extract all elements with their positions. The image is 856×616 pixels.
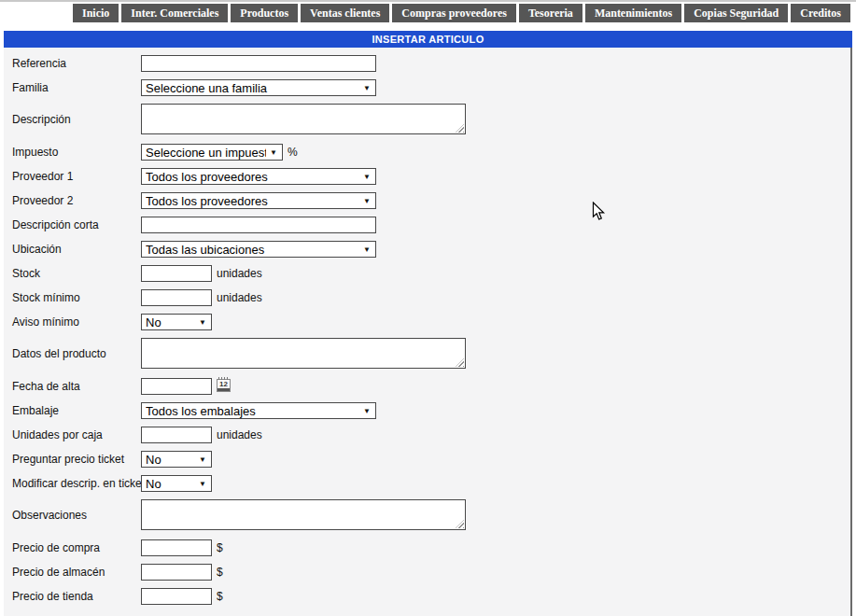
field-suffix: $ — [217, 541, 223, 554]
nav-bar: InicioInter. ComercialesProductosVentas … — [73, 4, 850, 22]
chevron-down-icon: ▼ — [363, 197, 373, 205]
form-row-descripcion: Descripción — [12, 104, 850, 134]
impuesto-select[interactable]: Seleccione un impuesto▼ — [141, 144, 283, 161]
unidades-por-caja-input[interactable] — [141, 427, 212, 443]
field-label: Proveedor 1 — [12, 170, 141, 183]
nav-item-inicio[interactable]: Inicio — [73, 4, 119, 22]
chevron-down-icon: ▼ — [199, 318, 209, 327]
page-title: INSERTAR ARTICULO — [372, 34, 484, 45]
form-row-precio-de-compra: Precio de compra$ — [12, 539, 850, 556]
chevron-down-icon: ▼ — [270, 148, 280, 157]
nav-item-tesoreria[interactable]: Tesoreria — [519, 4, 582, 22]
field-label: Precio de compra — [12, 541, 141, 554]
form-row-familia: FamiliaSeleccione una familia▼ — [12, 79, 850, 96]
selected-option-label: Todos los proveedores — [146, 170, 359, 184]
field-label: Stock — [12, 267, 141, 280]
field-suffix: $ — [217, 566, 223, 579]
field-label: Datos del producto — [12, 347, 141, 360]
form-row-datos-del-producto: Datos del producto — [12, 338, 850, 369]
descripcion-textarea-wrap — [141, 104, 466, 134]
field-label: Ubicación — [12, 243, 141, 256]
referencia-input[interactable] — [141, 55, 376, 72]
descripcion-corta-input[interactable] — [141, 217, 376, 233]
page-header: INSERTAR ARTICULO — [4, 31, 852, 48]
chevron-down-icon: ▼ — [199, 455, 209, 464]
observaciones-textarea-wrap — [141, 499, 466, 530]
chevron-down-icon: ▼ — [363, 84, 373, 92]
field-label: Embalaje — [12, 404, 141, 417]
chevron-down-icon: ▼ — [363, 173, 373, 181]
field-label: Familia — [12, 81, 141, 94]
calendar-icon-date: 12 — [218, 381, 230, 388]
aviso-minimo-select[interactable]: No▼ — [141, 314, 212, 330]
form-row-precio-de-tienda: Precio de tienda$ — [12, 588, 850, 605]
modificar-descrip-en-ticket-select[interactable]: No▼ — [141, 475, 212, 492]
form-row-observaciones: Observaciones — [12, 499, 850, 530]
fecha-de-alta-input[interactable] — [141, 378, 212, 395]
form-row-ubicacion: UbicaciónTodas las ubicaciones▼ — [12, 241, 850, 258]
top-divider — [0, 0, 856, 2]
selected-option-label: Todos los proveedores — [146, 194, 359, 208]
field-label: Observaciones — [12, 509, 141, 522]
form-row-precio-de-almacen: Precio de almacén$ — [12, 564, 850, 581]
form-row-descripcion-corta: Descripción corta — [12, 217, 850, 233]
field-suffix: unidades — [217, 291, 262, 304]
calendar-icon-base — [218, 388, 230, 391]
form-row-unidades-por-caja: Unidades por cajaunidades — [12, 427, 850, 443]
field-label: Stock mínimo — [12, 291, 141, 304]
field-label: Modificar descrip. en ticket — [12, 477, 141, 490]
field-label: Aviso mínimo — [12, 315, 141, 329]
familia-select[interactable]: Seleccione una familia▼ — [141, 79, 376, 96]
nav-item-compras-proveedores[interactable]: Compras proveedores — [392, 4, 516, 22]
form-row-referencia: Referencia — [12, 55, 850, 72]
field-label: Unidades por caja — [12, 428, 141, 441]
datos-del-producto-textarea-wrap — [141, 338, 466, 369]
embalaje-select[interactable]: Todos los embalajes▼ — [141, 402, 376, 419]
field-suffix: unidades — [217, 267, 262, 280]
selected-option-label: No — [146, 453, 195, 467]
form-row-aviso-minimo: Aviso mínimoNo▼ — [12, 314, 850, 330]
field-label: Preguntar precio ticket — [12, 453, 141, 466]
nav-item-copias-seguridad[interactable]: Copias Seguridad — [684, 4, 788, 22]
stock-minimo-input[interactable] — [141, 289, 212, 306]
field-suffix: unidades — [217, 428, 262, 441]
selected-option-label: Seleccione una familia — [146, 81, 359, 95]
field-label: Precio de tienda — [12, 590, 141, 603]
precio-de-tienda-input[interactable] — [141, 588, 212, 605]
nav-item-productos[interactable]: Productos — [231, 4, 298, 22]
form-row-impuesto: ImpuestoSeleccione un impuesto▼% — [12, 144, 850, 161]
nav-item-creditos[interactable]: Creditos — [791, 4, 850, 22]
content-area: INSERTAR ARTICULO ReferenciaFamiliaSelec… — [4, 31, 852, 616]
field-suffix: $ — [217, 590, 223, 603]
precio-de-compra-input[interactable] — [141, 539, 212, 556]
form-row-embalaje: EmbalajeTodos los embalajes▼ — [12, 402, 850, 419]
proveedor-2-select[interactable]: Todos los proveedores▼ — [141, 192, 376, 209]
selected-option-label: No — [146, 315, 195, 329]
form-row-proveedor-2: Proveedor 2Todos los proveedores▼ — [12, 192, 850, 209]
field-label: Impuesto — [12, 146, 141, 159]
precio-de-almacen-input[interactable] — [141, 564, 212, 581]
proveedor-1-select[interactable]: Todos los proveedores▼ — [141, 168, 376, 185]
descripcion-textarea[interactable] — [141, 104, 466, 134]
selected-option-label: Todos los embalajes — [146, 404, 359, 418]
calendar-icon[interactable]: 12 — [217, 379, 231, 392]
field-label: Descripción — [12, 113, 141, 126]
selected-option-label: No — [146, 477, 195, 491]
selected-option-label: Seleccione un impuesto — [146, 146, 266, 160]
datos-del-producto-textarea[interactable] — [141, 338, 466, 369]
selected-option-label: Todas las ubicaciones — [146, 243, 359, 257]
ubicacion-select[interactable]: Todas las ubicaciones▼ — [141, 241, 376, 258]
chevron-down-icon: ▼ — [363, 407, 373, 415]
chevron-down-icon: ▼ — [199, 480, 209, 488]
field-label: Referencia — [12, 57, 141, 70]
observaciones-textarea[interactable] — [141, 499, 466, 530]
form-row-modificar-descrip-en-ticket: Modificar descrip. en ticketNo▼ — [12, 475, 850, 492]
field-label: Fecha de alta — [12, 380, 141, 393]
form-row-stock-minimo: Stock mínimounidades — [12, 289, 850, 306]
nav-item-inter-comerciales[interactable]: Inter. Comerciales — [121, 4, 228, 22]
nav-item-ventas-clientes[interactable]: Ventas clientes — [301, 4, 389, 22]
stock-input[interactable] — [141, 265, 212, 282]
nav-item-mantenimientos[interactable]: Mantenimientos — [585, 4, 681, 22]
insert-article-form: ReferenciaFamiliaSeleccione una familia▼… — [4, 48, 852, 616]
preguntar-precio-ticket-select[interactable]: No▼ — [141, 451, 212, 468]
